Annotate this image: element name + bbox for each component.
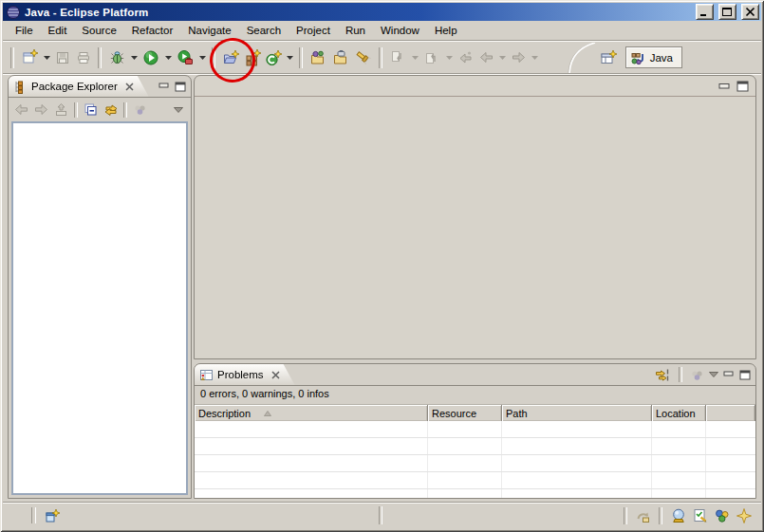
pe-collapse-all-button[interactable] bbox=[81, 101, 101, 119]
minimize-button[interactable] bbox=[696, 4, 714, 20]
perspective-java-button[interactable]: Java bbox=[625, 46, 682, 68]
toolbar-grip[interactable] bbox=[10, 47, 14, 68]
last-edit-location-button[interactable] bbox=[455, 46, 475, 69]
tray-separator bbox=[624, 507, 627, 524]
menu-source[interactable]: Source bbox=[74, 22, 123, 39]
save-button[interactable] bbox=[52, 46, 73, 69]
problems-minimize-icon[interactable] bbox=[723, 370, 735, 379]
sort-ascending-icon bbox=[264, 411, 271, 416]
pe-forward-button[interactable] bbox=[31, 101, 51, 119]
pe-toolbar-separator bbox=[74, 102, 78, 118]
back-dropdown[interactable] bbox=[496, 46, 508, 69]
tutorials-icon[interactable] bbox=[691, 507, 709, 525]
column-header-filler bbox=[706, 405, 755, 421]
tab-problems-close-icon[interactable] bbox=[271, 371, 280, 379]
new-class-button[interactable] bbox=[263, 46, 284, 69]
editor-maximize-icon[interactable] bbox=[736, 81, 749, 92]
workbench-area: Package Explorer bbox=[3, 74, 761, 502]
search-button[interactable] bbox=[352, 46, 375, 69]
open-perspective-button[interactable] bbox=[597, 46, 620, 69]
problems-filter-icon[interactable] bbox=[655, 368, 671, 382]
main-toolbar: Java bbox=[3, 41, 761, 74]
new-java-package-button[interactable] bbox=[242, 46, 263, 69]
perspective-java-label: Java bbox=[650, 52, 673, 64]
tray-separator bbox=[659, 507, 662, 524]
maximize-button[interactable] bbox=[718, 4, 736, 20]
menu-search[interactable]: Search bbox=[239, 22, 289, 39]
next-annotation-dropdown[interactable] bbox=[409, 46, 420, 69]
window-title: Java - Eclipse Platform bbox=[24, 7, 691, 18]
previous-annotation-button[interactable] bbox=[420, 46, 443, 69]
tab-package-explorer[interactable]: Package Explorer bbox=[9, 76, 149, 97]
problems-table-body[interactable] bbox=[195, 421, 755, 498]
problems-tab-row: Problems bbox=[195, 364, 755, 386]
tab-package-explorer-close-icon[interactable] bbox=[125, 83, 134, 91]
toolbar-separator bbox=[212, 47, 215, 68]
run-external-tools-button[interactable] bbox=[174, 46, 196, 69]
open-type-button[interactable] bbox=[307, 46, 329, 69]
new-wizard-button[interactable] bbox=[18, 46, 41, 69]
open-type-hierarchy-button[interactable] bbox=[329, 46, 352, 69]
print-button[interactable] bbox=[73, 46, 94, 69]
menu-run[interactable]: Run bbox=[338, 22, 373, 39]
column-header-location[interactable]: Location bbox=[652, 405, 706, 421]
menu-project[interactable]: Project bbox=[289, 22, 338, 39]
problems-view-menu-spheres-icon[interactable] bbox=[690, 369, 704, 381]
package-explorer-tab-row: Package Explorer bbox=[9, 76, 191, 98]
run-button[interactable] bbox=[140, 46, 162, 69]
title-bar: Java - Eclipse Platform bbox=[3, 3, 761, 21]
forward-button[interactable] bbox=[508, 46, 529, 69]
perspective-bar: Java bbox=[565, 43, 682, 73]
menu-edit[interactable]: Edit bbox=[41, 22, 75, 39]
close-button[interactable] bbox=[741, 4, 759, 20]
run-dropdown[interactable] bbox=[162, 46, 174, 69]
debug-dropdown[interactable] bbox=[128, 46, 140, 69]
pe-link-with-editor-button[interactable] bbox=[101, 101, 121, 119]
menu-navigate[interactable]: Navigate bbox=[180, 22, 238, 39]
column-header-resource[interactable]: Resource bbox=[428, 405, 502, 421]
restore-welcome-icon[interactable] bbox=[634, 507, 652, 525]
pe-up-button[interactable] bbox=[51, 101, 71, 119]
pe-view-menu-spheres-icon[interactable] bbox=[130, 101, 150, 119]
problems-maximize-icon[interactable] bbox=[739, 370, 751, 380]
column-header-description[interactable]: Description bbox=[195, 405, 428, 421]
fast-view-bar-grip[interactable] bbox=[31, 507, 36, 523]
editor-minimize-icon[interactable] bbox=[718, 82, 731, 91]
menu-refactor[interactable]: Refactor bbox=[124, 22, 180, 39]
editor-tab-strip bbox=[195, 76, 755, 97]
column-header-path[interactable]: Path bbox=[502, 405, 652, 421]
pe-toolbar-separator bbox=[123, 102, 127, 118]
package-explorer-minimize-icon[interactable] bbox=[158, 82, 170, 91]
tab-problems[interactable]: Problems bbox=[195, 364, 295, 385]
overview-icon[interactable] bbox=[669, 507, 687, 525]
package-explorer-toolbar bbox=[9, 98, 191, 121]
new-class-dropdown[interactable] bbox=[284, 46, 295, 69]
next-annotation-button[interactable] bbox=[386, 46, 409, 69]
menu-file[interactable]: File bbox=[8, 22, 41, 39]
samples-icon[interactable] bbox=[713, 507, 731, 525]
new-java-project-button[interactable] bbox=[219, 46, 242, 69]
toolbar-separator bbox=[379, 47, 382, 68]
forward-dropdown[interactable] bbox=[529, 46, 540, 69]
package-explorer-maximize-icon[interactable] bbox=[175, 82, 186, 92]
problems-view-menu-icon[interactable] bbox=[709, 372, 718, 377]
menu-window[interactable]: Window bbox=[373, 22, 427, 39]
run-external-tools-dropdown[interactable] bbox=[196, 46, 208, 69]
whats-new-icon[interactable] bbox=[735, 507, 753, 525]
menu-help[interactable]: Help bbox=[427, 22, 465, 39]
package-explorer-view: Package Explorer bbox=[8, 75, 192, 499]
new-wizard-dropdown[interactable] bbox=[41, 46, 52, 69]
problems-icon bbox=[199, 368, 214, 382]
fast-view-button[interactable] bbox=[43, 506, 62, 525]
package-explorer-tree[interactable] bbox=[11, 121, 188, 495]
table-row bbox=[195, 489, 755, 498]
pe-view-menu-icon[interactable] bbox=[168, 101, 188, 119]
pe-back-button[interactable] bbox=[11, 101, 31, 119]
toolbar-separator bbox=[299, 47, 303, 68]
status-bar bbox=[3, 502, 761, 529]
back-button[interactable] bbox=[475, 46, 496, 69]
problems-summary: 0 errors, 0 warnings, 0 infos bbox=[195, 386, 755, 404]
debug-button[interactable] bbox=[105, 46, 128, 69]
previous-annotation-dropdown[interactable] bbox=[443, 46, 455, 69]
tab-problems-label: Problems bbox=[217, 369, 264, 380]
